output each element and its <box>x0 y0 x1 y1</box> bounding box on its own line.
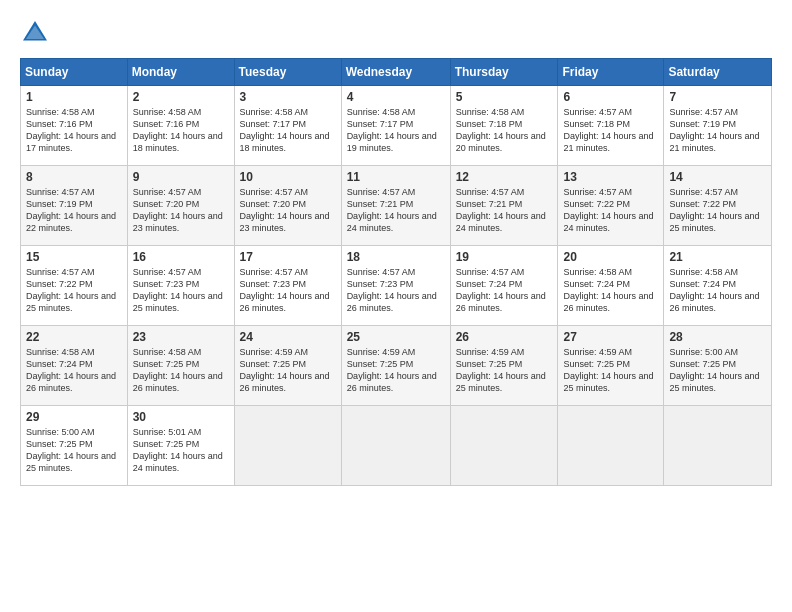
cell-info: Sunrise: 5:00 AM Sunset: 7:25 PM Dayligh… <box>669 346 766 395</box>
day-number: 19 <box>456 250 553 264</box>
day-number: 17 <box>240 250 336 264</box>
day-number: 25 <box>347 330 445 344</box>
day-number: 30 <box>133 410 229 424</box>
cell-info: Sunrise: 4:57 AM Sunset: 7:22 PM Dayligh… <box>563 186 658 235</box>
day-number: 6 <box>563 90 658 104</box>
calendar-cell <box>341 406 450 486</box>
calendar-cell: 26 Sunrise: 4:59 AM Sunset: 7:25 PM Dayl… <box>450 326 558 406</box>
cell-info: Sunrise: 4:57 AM Sunset: 7:21 PM Dayligh… <box>456 186 553 235</box>
logo-icon <box>20 18 50 48</box>
calendar-cell: 19 Sunrise: 4:57 AM Sunset: 7:24 PM Dayl… <box>450 246 558 326</box>
cell-info: Sunrise: 4:59 AM Sunset: 7:25 PM Dayligh… <box>456 346 553 395</box>
day-number: 27 <box>563 330 658 344</box>
calendar-cell: 21 Sunrise: 4:58 AM Sunset: 7:24 PM Dayl… <box>664 246 772 326</box>
col-header-friday: Friday <box>558 59 664 86</box>
calendar-cell: 15 Sunrise: 4:57 AM Sunset: 7:22 PM Dayl… <box>21 246 128 326</box>
calendar-week-row: 22 Sunrise: 4:58 AM Sunset: 7:24 PM Dayl… <box>21 326 772 406</box>
calendar-cell: 6 Sunrise: 4:57 AM Sunset: 7:18 PM Dayli… <box>558 86 664 166</box>
calendar-cell: 16 Sunrise: 4:57 AM Sunset: 7:23 PM Dayl… <box>127 246 234 326</box>
calendar-week-row: 15 Sunrise: 4:57 AM Sunset: 7:22 PM Dayl… <box>21 246 772 326</box>
calendar-cell: 13 Sunrise: 4:57 AM Sunset: 7:22 PM Dayl… <box>558 166 664 246</box>
cell-info: Sunrise: 4:58 AM Sunset: 7:24 PM Dayligh… <box>563 266 658 315</box>
col-header-thursday: Thursday <box>450 59 558 86</box>
calendar-cell: 4 Sunrise: 4:58 AM Sunset: 7:17 PM Dayli… <box>341 86 450 166</box>
calendar-cell: 23 Sunrise: 4:58 AM Sunset: 7:25 PM Dayl… <box>127 326 234 406</box>
cell-info: Sunrise: 4:58 AM Sunset: 7:16 PM Dayligh… <box>26 106 122 155</box>
col-header-monday: Monday <box>127 59 234 86</box>
calendar-cell: 28 Sunrise: 5:00 AM Sunset: 7:25 PM Dayl… <box>664 326 772 406</box>
day-number: 24 <box>240 330 336 344</box>
calendar-cell: 17 Sunrise: 4:57 AM Sunset: 7:23 PM Dayl… <box>234 246 341 326</box>
calendar-cell: 18 Sunrise: 4:57 AM Sunset: 7:23 PM Dayl… <box>341 246 450 326</box>
day-number: 28 <box>669 330 766 344</box>
calendar-week-row: 29 Sunrise: 5:00 AM Sunset: 7:25 PM Dayl… <box>21 406 772 486</box>
calendar-cell: 8 Sunrise: 4:57 AM Sunset: 7:19 PM Dayli… <box>21 166 128 246</box>
col-header-saturday: Saturday <box>664 59 772 86</box>
calendar-cell: 25 Sunrise: 4:59 AM Sunset: 7:25 PM Dayl… <box>341 326 450 406</box>
day-number: 29 <box>26 410 122 424</box>
col-header-wednesday: Wednesday <box>341 59 450 86</box>
calendar-cell: 9 Sunrise: 4:57 AM Sunset: 7:20 PM Dayli… <box>127 166 234 246</box>
day-number: 3 <box>240 90 336 104</box>
day-number: 20 <box>563 250 658 264</box>
calendar-cell: 7 Sunrise: 4:57 AM Sunset: 7:19 PM Dayli… <box>664 86 772 166</box>
calendar-cell: 5 Sunrise: 4:58 AM Sunset: 7:18 PM Dayli… <box>450 86 558 166</box>
calendar-cell: 27 Sunrise: 4:59 AM Sunset: 7:25 PM Dayl… <box>558 326 664 406</box>
calendar-week-row: 8 Sunrise: 4:57 AM Sunset: 7:19 PM Dayli… <box>21 166 772 246</box>
day-number: 11 <box>347 170 445 184</box>
cell-info: Sunrise: 4:57 AM Sunset: 7:20 PM Dayligh… <box>133 186 229 235</box>
header <box>20 18 772 48</box>
calendar-cell: 1 Sunrise: 4:58 AM Sunset: 7:16 PM Dayli… <box>21 86 128 166</box>
day-number: 21 <box>669 250 766 264</box>
calendar-week-row: 1 Sunrise: 4:58 AM Sunset: 7:16 PM Dayli… <box>21 86 772 166</box>
cell-info: Sunrise: 4:59 AM Sunset: 7:25 PM Dayligh… <box>347 346 445 395</box>
cell-info: Sunrise: 4:58 AM Sunset: 7:24 PM Dayligh… <box>26 346 122 395</box>
day-number: 10 <box>240 170 336 184</box>
col-header-sunday: Sunday <box>21 59 128 86</box>
day-number: 14 <box>669 170 766 184</box>
cell-info: Sunrise: 4:58 AM Sunset: 7:18 PM Dayligh… <box>456 106 553 155</box>
calendar-cell: 10 Sunrise: 4:57 AM Sunset: 7:20 PM Dayl… <box>234 166 341 246</box>
day-number: 26 <box>456 330 553 344</box>
day-number: 22 <box>26 330 122 344</box>
day-number: 18 <box>347 250 445 264</box>
cell-info: Sunrise: 4:57 AM Sunset: 7:23 PM Dayligh… <box>347 266 445 315</box>
day-number: 16 <box>133 250 229 264</box>
logo <box>20 18 54 48</box>
calendar-cell: 2 Sunrise: 4:58 AM Sunset: 7:16 PM Dayli… <box>127 86 234 166</box>
cell-info: Sunrise: 4:59 AM Sunset: 7:25 PM Dayligh… <box>240 346 336 395</box>
calendar-cell: 20 Sunrise: 4:58 AM Sunset: 7:24 PM Dayl… <box>558 246 664 326</box>
day-number: 12 <box>456 170 553 184</box>
cell-info: Sunrise: 4:57 AM Sunset: 7:21 PM Dayligh… <box>347 186 445 235</box>
cell-info: Sunrise: 4:57 AM Sunset: 7:18 PM Dayligh… <box>563 106 658 155</box>
day-number: 13 <box>563 170 658 184</box>
cell-info: Sunrise: 4:57 AM Sunset: 7:22 PM Dayligh… <box>26 266 122 315</box>
cell-info: Sunrise: 4:58 AM Sunset: 7:16 PM Dayligh… <box>133 106 229 155</box>
cell-info: Sunrise: 4:57 AM Sunset: 7:22 PM Dayligh… <box>669 186 766 235</box>
cell-info: Sunrise: 4:59 AM Sunset: 7:25 PM Dayligh… <box>563 346 658 395</box>
calendar-cell <box>558 406 664 486</box>
calendar-cell <box>450 406 558 486</box>
calendar-cell: 22 Sunrise: 4:58 AM Sunset: 7:24 PM Dayl… <box>21 326 128 406</box>
cell-info: Sunrise: 4:58 AM Sunset: 7:25 PM Dayligh… <box>133 346 229 395</box>
cell-info: Sunrise: 4:57 AM Sunset: 7:19 PM Dayligh… <box>669 106 766 155</box>
day-number: 2 <box>133 90 229 104</box>
cell-info: Sunrise: 4:57 AM Sunset: 7:23 PM Dayligh… <box>133 266 229 315</box>
day-number: 8 <box>26 170 122 184</box>
cell-info: Sunrise: 4:58 AM Sunset: 7:24 PM Dayligh… <box>669 266 766 315</box>
page: SundayMondayTuesdayWednesdayThursdayFrid… <box>0 0 792 612</box>
cell-info: Sunrise: 5:00 AM Sunset: 7:25 PM Dayligh… <box>26 426 122 475</box>
calendar-cell <box>234 406 341 486</box>
day-number: 1 <box>26 90 122 104</box>
calendar-cell: 11 Sunrise: 4:57 AM Sunset: 7:21 PM Dayl… <box>341 166 450 246</box>
calendar-table: SundayMondayTuesdayWednesdayThursdayFrid… <box>20 58 772 486</box>
calendar-header-row: SundayMondayTuesdayWednesdayThursdayFrid… <box>21 59 772 86</box>
calendar-cell: 3 Sunrise: 4:58 AM Sunset: 7:17 PM Dayli… <box>234 86 341 166</box>
cell-info: Sunrise: 4:58 AM Sunset: 7:17 PM Dayligh… <box>240 106 336 155</box>
cell-info: Sunrise: 4:57 AM Sunset: 7:24 PM Dayligh… <box>456 266 553 315</box>
calendar-cell: 24 Sunrise: 4:59 AM Sunset: 7:25 PM Dayl… <box>234 326 341 406</box>
calendar-cell <box>664 406 772 486</box>
day-number: 15 <box>26 250 122 264</box>
col-header-tuesday: Tuesday <box>234 59 341 86</box>
day-number: 7 <box>669 90 766 104</box>
